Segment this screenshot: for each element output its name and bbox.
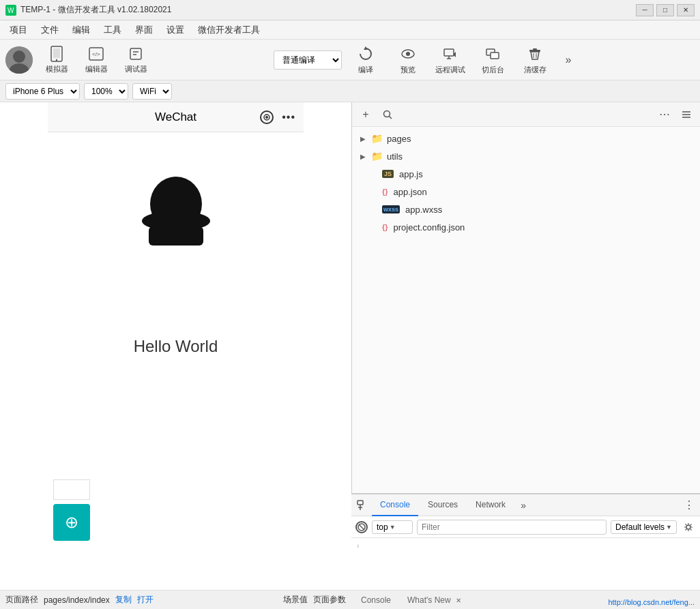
teal-action-button[interactable]: ⊕ (53, 504, 90, 541)
js-file-icon: JS (382, 170, 394, 178)
file-app-wxss[interactable]: wxss app.wxss (352, 200, 700, 218)
window-title: TEMP-1 - 微信开发者工具 v1.02.1802021 (20, 4, 636, 16)
wechat-title: WeChat (155, 110, 196, 124)
debugger-button[interactable]: 调试器 (117, 42, 154, 78)
compile-dropdown[interactable]: 普通编译 (274, 50, 342, 70)
folder-pages[interactable]: ▶ 📁 pages (352, 130, 700, 147)
svg-point-27 (265, 116, 268, 119)
white-box (53, 479, 90, 500)
backend-label: 切后台 (482, 65, 504, 75)
window-controls: ─ □ ✕ (636, 4, 695, 16)
file-app-json[interactable]: {} app.json (352, 183, 700, 200)
menu-item-tools[interactable]: 工具 (97, 21, 128, 39)
menu-item-edit[interactable]: 编辑 (65, 21, 97, 39)
folder-utils-label: utils (387, 151, 403, 162)
debugger-icon (126, 46, 145, 63)
folder-pages-label: pages (387, 134, 411, 144)
phone-frame: WeChat ••• (48, 102, 304, 609)
file-project-config[interactable]: {} project.config.json (352, 218, 700, 236)
compile-icon (356, 44, 375, 63)
avatar[interactable] (5, 46, 33, 74)
more-icon: » (559, 50, 578, 70)
hello-world-text: Hello World (48, 337, 304, 356)
file-tree-toolbar: + ⋯ (352, 102, 700, 127)
remote-debug-icon (441, 44, 460, 63)
maximize-button[interactable]: □ (656, 4, 674, 16)
remote-debug-label: 远程调试 (435, 65, 465, 75)
svg-text:</>: </> (92, 51, 100, 57)
svg-line-32 (390, 116, 392, 119)
simulator-label: 模拟器 (46, 64, 68, 74)
simulator-panel: WeChat ••• (0, 102, 352, 609)
svg-rect-36 (358, 501, 363, 505)
app-icon: W (5, 5, 16, 16)
compile-button[interactable]: 编译 (347, 42, 384, 78)
remote-debug-button[interactable]: 远程调试 (432, 42, 469, 78)
filter-input[interactable] (417, 520, 607, 535)
network-select[interactable]: WiFi 4G 3G (132, 83, 172, 100)
path-value: pages/index/index (44, 595, 110, 605)
no-errors-button[interactable] (355, 521, 368, 533)
record-button[interactable] (260, 110, 274, 124)
new-file-button[interactable]: + (358, 106, 374, 123)
svg-text:W: W (8, 7, 14, 14)
console-bar: top ▼ Default levels ▼ (351, 516, 700, 538)
file-project-config-label: project.config.json (394, 222, 465, 233)
preview-icon (398, 44, 418, 63)
dropdown-arrow: ▼ (390, 524, 396, 531)
copy-link[interactable]: 复制 (115, 594, 132, 606)
folder-icon: 📁 (371, 133, 383, 144)
menu-item-file[interactable]: 文件 (34, 21, 65, 39)
collapse-button[interactable] (678, 106, 695, 123)
minimize-button[interactable]: ─ (636, 4, 654, 16)
devtools-more-button[interactable]: » (515, 497, 531, 514)
devtools-menu-button[interactable]: ⋮ (681, 497, 697, 514)
search-files-button[interactable] (379, 106, 396, 123)
status-bar: 页面路径 pages/index/index 复制 打开 场景值 页面参数 (0, 590, 351, 609)
menu-item-settings[interactable]: 设置 (160, 21, 191, 39)
menu-item-devtools[interactable]: 微信开发者工具 (191, 21, 267, 39)
file-app-js[interactable]: JS app.js (352, 165, 700, 183)
preview-button[interactable]: 预览 (390, 42, 426, 78)
json-file-icon: {} (382, 188, 388, 196)
inspect-button[interactable] (354, 497, 370, 514)
folder-utils[interactable]: ▶ 📁 utils (352, 147, 700, 165)
clear-cache-label: 清缓存 (524, 65, 546, 75)
user-avatar (135, 173, 217, 255)
menu-item-project[interactable]: 项目 (3, 21, 34, 39)
context-dropdown[interactable]: top ▼ (372, 520, 413, 534)
zoom-select[interactable]: 100% 75% 50% (84, 83, 128, 100)
console-settings-button[interactable] (681, 520, 696, 535)
clear-cache-icon (525, 44, 544, 63)
devtools-tab-bar: Console Sources Network » ⋮ (351, 494, 700, 516)
menu-item-interface[interactable]: 界面 (128, 21, 160, 39)
more-options-button[interactable]: ⋯ (656, 106, 673, 123)
backend-button[interactable]: 切后台 (474, 42, 511, 78)
more-button[interactable]: » (559, 42, 578, 78)
toolbar: 模拟器 </> 编辑器 调试器 普通编译 (0, 40, 700, 80)
open-link[interactable]: 打开 (137, 594, 154, 606)
tab-sources[interactable]: Sources (420, 494, 466, 516)
tab-network[interactable]: Network (467, 494, 514, 516)
more-dots[interactable]: ••• (282, 111, 295, 123)
device-select[interactable]: iPhone 6 Plus iPhone 6 iPhone 5 (5, 83, 80, 100)
console-tab-item[interactable]: Console (357, 594, 395, 606)
levels-arrow: ▼ (666, 524, 672, 531)
simulator-button[interactable]: 模拟器 (38, 42, 75, 78)
preview-label: 预览 (400, 65, 415, 75)
clear-cache-button[interactable]: 清缓存 (516, 42, 553, 78)
svg-rect-21 (491, 53, 499, 59)
file-app-wxss-label: app.wxss (405, 205, 442, 215)
debugger-label: 调试器 (125, 64, 147, 74)
default-levels-dropdown[interactable]: Default levels ▼ (611, 520, 677, 534)
svg-point-15 (406, 52, 410, 56)
tab-console[interactable]: Console (372, 494, 418, 516)
close-tab-icon[interactable]: ✕ (456, 597, 461, 604)
chevron-right-icon: ▶ (360, 153, 368, 160)
wechat-header: WeChat ••• (48, 102, 304, 132)
file-app-json-label: app.json (394, 187, 427, 197)
editor-button[interactable]: </> 编辑器 (78, 42, 115, 78)
close-button[interactable]: ✕ (677, 4, 695, 16)
svg-rect-16 (444, 49, 454, 56)
whats-new-tab-item[interactable]: What's New ✕ (403, 594, 465, 606)
